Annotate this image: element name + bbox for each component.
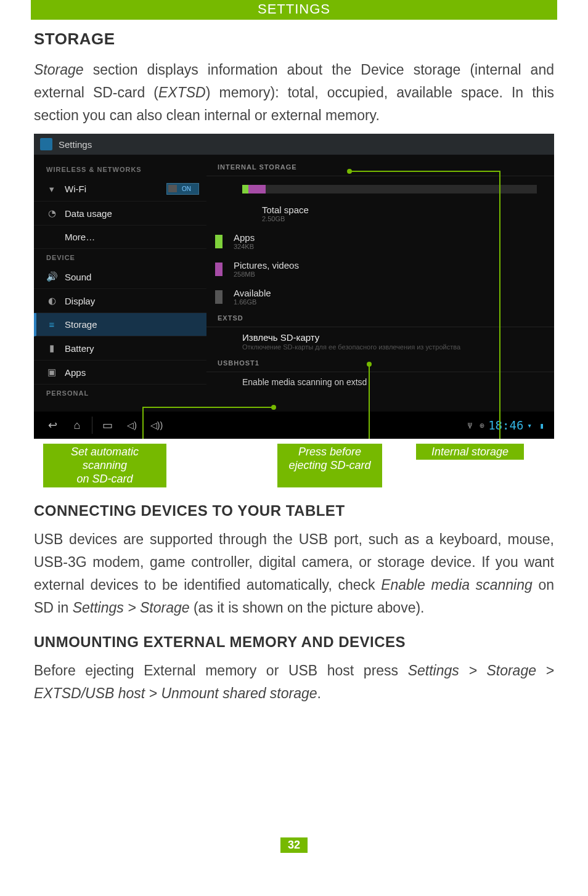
internal-storage-header: INTERNAL STORAGE xyxy=(206,155,554,176)
page-number: 32 xyxy=(280,837,308,853)
debug-status-icon: ⊕ xyxy=(480,421,484,430)
sidebar-cat-wireless: WIRELESS & NETWORKS xyxy=(34,161,206,177)
sidebar-item-battery[interactable]: ▮ Battery xyxy=(34,336,206,360)
unmounting-paragraph: Before ejecting External memory or USB h… xyxy=(34,659,554,705)
extsd-header: EXTSD xyxy=(206,311,554,327)
stat-value: 324KB xyxy=(234,243,255,250)
stat-label: Pictures, videos xyxy=(234,260,299,271)
sidebar-label: Display xyxy=(65,296,95,306)
sidebar-cat-personal: PERSONAL xyxy=(34,385,206,401)
callout-line-internal-v xyxy=(499,171,500,439)
sidebar-cat-device: DEVICE xyxy=(34,249,206,265)
callout-line-internal-h xyxy=(349,171,500,172)
settings-sidebar: WIRELESS & NETWORKS ▾ Wi-Fi ON ◔ Data us… xyxy=(34,155,206,411)
sound-icon: 🔊 xyxy=(46,271,57,282)
storage-icon: ≡ xyxy=(46,319,57,330)
usb-status-icon: Ψ xyxy=(467,421,472,430)
callout-line-scan-h xyxy=(142,407,273,408)
annotation-internal-storage: Internal storage xyxy=(416,444,524,460)
back-icon[interactable]: ↩ xyxy=(40,416,65,434)
swatch-none xyxy=(215,207,223,221)
settings-app-icon xyxy=(40,138,52,150)
wifi-icon: ▾ xyxy=(46,184,57,195)
eject-label: Извлечь SD-карту xyxy=(242,332,460,343)
window-titlebar: Settings xyxy=(34,134,554,155)
recent-icon[interactable]: ▭ xyxy=(95,416,120,434)
swatch-green xyxy=(215,235,223,248)
sidebar-item-apps[interactable]: ▣ Apps xyxy=(34,360,206,385)
sidebar-item-display[interactable]: ◐ Display xyxy=(34,289,206,313)
storage-italic-1: Storage xyxy=(34,62,84,78)
storage-paragraph: Storage section displays information abo… xyxy=(34,59,554,126)
sidebar-item-data-usage[interactable]: ◔ Data usage xyxy=(34,202,206,226)
annotation-press-before: Press before ejecting SD-card xyxy=(277,444,382,487)
battery-icon: ▮ xyxy=(46,343,57,354)
swatch-purple xyxy=(215,263,223,276)
callout-line-scan-v xyxy=(142,407,144,439)
nav-divider xyxy=(92,417,92,434)
enable-scan-label: Enable media scanning on extsd xyxy=(242,377,367,387)
sidebar-label: Wi-Fi xyxy=(65,184,86,194)
stat-available[interactable]: Available 1.66GB xyxy=(206,283,554,311)
stat-value: 258MB xyxy=(234,271,299,278)
usage-seg-media xyxy=(248,185,266,193)
volume-down-icon[interactable]: ◁) xyxy=(120,418,144,433)
sidebar-item-storage[interactable]: ≡ Storage xyxy=(34,313,206,336)
stat-value: 1.66GB xyxy=(234,298,271,306)
storage-usage-bar xyxy=(242,185,537,193)
enable-media-scan-row[interactable]: Enable media scanning on extsd xyxy=(206,372,554,392)
display-icon: ◐ xyxy=(46,295,57,306)
home-icon[interactable]: ⌂ xyxy=(65,417,89,434)
sidebar-item-more[interactable]: More… xyxy=(34,226,206,249)
stat-total[interactable]: Total space 2.50GB xyxy=(206,200,554,227)
sidebar-label: Apps xyxy=(65,367,86,378)
connecting-heading: CONNECTING DEVICES TO YOUR TABLET xyxy=(34,502,554,519)
sidebar-label: More… xyxy=(65,232,95,242)
wifi-status-icon: ▾ xyxy=(527,421,532,430)
wifi-toggle[interactable]: ON xyxy=(166,183,199,195)
stat-label: Apps xyxy=(234,232,255,243)
sidebar-item-wifi[interactable]: ▾ Wi-Fi ON xyxy=(34,177,206,202)
apps-icon: ▣ xyxy=(46,367,57,378)
window-title: Settings xyxy=(59,139,92,150)
volume-up-icon[interactable]: ◁)) xyxy=(144,418,169,433)
clock-label: 18:46 xyxy=(488,418,523,432)
system-navbar: ↩ ⌂ ▭ ◁) ◁)) Ψ ⊕ 18:46 ▾ ▮ xyxy=(34,411,554,439)
storage-main-panel: INTERNAL STORAGE Total space 2.50GB Apps xyxy=(206,155,554,411)
usage-seg-apps xyxy=(242,185,248,193)
eject-sub: Отключение SD-карты для ее безопасного и… xyxy=(242,343,460,351)
stat-label: Available xyxy=(234,288,271,298)
stat-apps[interactable]: Apps 324KB xyxy=(206,227,554,255)
annotation-row: Set automatic scanning on SD-card Press … xyxy=(34,444,554,487)
stat-pictures[interactable]: Pictures, videos 258MB xyxy=(206,255,554,283)
eject-sd-row[interactable]: Извлечь SD-карту Отключение SD-карты для… xyxy=(206,327,554,356)
stat-label: Total space xyxy=(262,205,309,215)
sidebar-label: Data usage xyxy=(65,208,112,219)
sidebar-label: Storage xyxy=(65,319,97,330)
sidebar-label: Sound xyxy=(65,272,91,282)
sidebar-label: Battery xyxy=(65,343,94,354)
enable-media-italic: Enable media scanning xyxy=(381,577,533,593)
sidebar-item-sound[interactable]: 🔊 Sound xyxy=(34,265,206,289)
annotation-auto-scan: Set automatic scanning on SD-card xyxy=(43,444,166,487)
callout-line-eject-v xyxy=(369,364,370,439)
stat-value: 2.50GB xyxy=(262,215,309,222)
connecting-paragraph: USB devices are supported through the US… xyxy=(34,528,554,619)
unmounting-heading: UNMOUNTING EXTERNAL MEMORY AND DEVICES xyxy=(34,633,554,651)
usbhost-header: USBHOST1 xyxy=(206,357,554,372)
storage-italic-2: EXTSD xyxy=(158,84,206,100)
swatch-gray xyxy=(215,290,223,304)
storage-screenshot: Settings WIRELESS & NETWORKS ▾ Wi-Fi ON … xyxy=(34,134,554,439)
settings-storage-italic: Settings > Storage xyxy=(73,600,190,616)
battery-status-icon: ▮ xyxy=(539,421,544,430)
storage-heading: STORAGE xyxy=(34,30,554,49)
page-header: SETTINGS xyxy=(31,0,557,20)
data-usage-icon: ◔ xyxy=(46,208,57,219)
